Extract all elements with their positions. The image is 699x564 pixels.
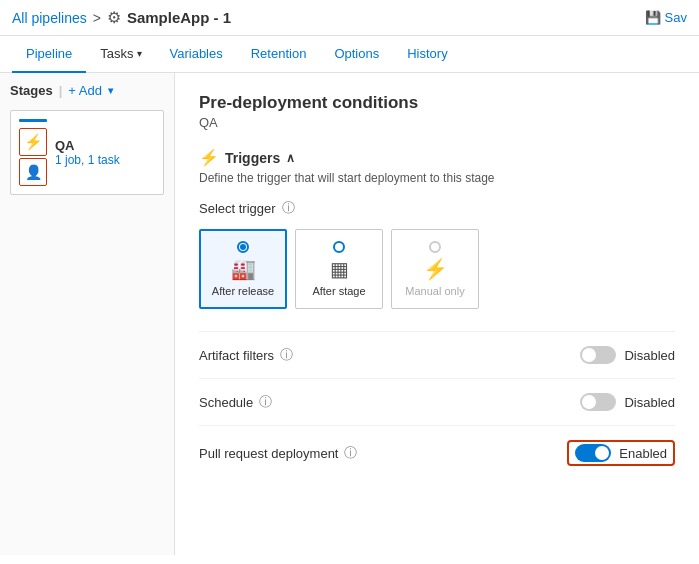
save-icon: 💾 xyxy=(645,10,661,25)
tab-retention[interactable]: Retention xyxy=(237,36,321,73)
schedule-state: Disabled xyxy=(624,395,675,410)
tab-tasks-label: Tasks xyxy=(100,46,133,61)
pull-request-state: Enabled xyxy=(619,446,667,461)
pull-request-row: Pull request deployment ⓘ Enabled xyxy=(199,425,675,480)
toggle-slider-schedule xyxy=(580,393,616,411)
pull-request-toggle[interactable] xyxy=(575,444,611,462)
stage-info: QA 1 job, 1 task xyxy=(55,138,155,167)
top-bar: All pipelines > ⚙ SampleApp - 1 💾 Sav xyxy=(0,0,699,36)
manual-only-icon: ⚡ xyxy=(423,257,448,281)
schedule-text: Schedule xyxy=(199,395,253,410)
pull-request-control: Enabled xyxy=(567,440,675,466)
lightning-icon-box: ⚡ xyxy=(19,128,47,156)
triggers-label: Triggers xyxy=(225,150,280,166)
toggle-slider-artifact xyxy=(580,346,616,364)
triggers-header-row: ⚡ Triggers ∧ xyxy=(199,148,675,167)
schedule-control: Disabled xyxy=(580,393,675,411)
info-icon-schedule[interactable]: ⓘ xyxy=(259,393,272,411)
stages-label: Stages xyxy=(10,83,53,98)
after-stage-label: After stage xyxy=(312,285,365,297)
triggers-desc: Define the trigger that will start deplo… xyxy=(199,171,675,185)
pipeline-name: SampleApp - 1 xyxy=(127,9,231,26)
pull-request-text: Pull request deployment xyxy=(199,446,338,461)
after-stage-icon: ▦ xyxy=(330,257,349,281)
sidebar: Stages | + Add ▾ ⚡ 👤 QA 1 job, 1 task xyxy=(0,73,175,555)
select-trigger-row: Select trigger ⓘ xyxy=(199,199,675,217)
artifact-filters-control: Disabled xyxy=(580,346,675,364)
triggers-section: ⚡ Triggers ∧ Define the trigger that wil… xyxy=(199,148,675,309)
after-release-icon: 🏭 xyxy=(231,257,256,281)
artifact-filters-state: Disabled xyxy=(624,348,675,363)
page-subtitle: QA xyxy=(199,115,675,130)
tab-history[interactable]: History xyxy=(393,36,461,73)
stage-card[interactable]: ⚡ 👤 QA 1 job, 1 task xyxy=(10,110,164,195)
page-title: Pre-deployment conditions xyxy=(199,93,675,113)
chevron-down-icon: ▾ xyxy=(137,48,142,59)
info-icon-pull-request[interactable]: ⓘ xyxy=(344,444,357,462)
stage-blue-bar xyxy=(19,119,47,122)
pipeline-icon: ⚙ xyxy=(107,8,121,27)
trigger-manual-only[interactable]: ⚡ Manual only xyxy=(391,229,479,309)
content-area: Pre-deployment conditions QA ⚡ Triggers … xyxy=(175,73,699,555)
radio-manual xyxy=(429,241,441,253)
schedule-label: Schedule ⓘ xyxy=(199,393,272,411)
nav-tabs: Pipeline Tasks ▾ Variables Retention Opt… xyxy=(0,36,699,73)
schedule-toggle[interactable] xyxy=(580,393,616,411)
all-pipelines-link[interactable]: All pipelines xyxy=(12,10,87,26)
breadcrumb-sep: > xyxy=(93,10,101,26)
trigger-after-stage[interactable]: ▦ After stage xyxy=(295,229,383,309)
collapse-icon[interactable]: ∧ xyxy=(286,151,295,165)
tab-variables[interactable]: Variables xyxy=(156,36,237,73)
tab-pipeline[interactable]: Pipeline xyxy=(12,36,86,73)
triggers-icon: ⚡ xyxy=(199,148,219,167)
trigger-after-release[interactable]: 🏭 After release xyxy=(199,229,287,309)
tab-options[interactable]: Options xyxy=(320,36,393,73)
trigger-options: 🏭 After release ▦ After stage ⚡ Manual o… xyxy=(199,229,675,309)
pull-request-toggle-wrapper: Enabled xyxy=(567,440,675,466)
toggle-slider-pull-request xyxy=(575,444,611,462)
info-icon-trigger[interactable]: ⓘ xyxy=(282,199,295,217)
radio-after-release xyxy=(237,241,249,253)
chevron-down-icon-add: ▾ xyxy=(108,85,113,96)
stage-card-icons: ⚡ 👤 xyxy=(19,119,47,186)
stages-header: Stages | + Add ▾ xyxy=(10,83,164,98)
manual-only-label: Manual only xyxy=(405,285,464,297)
pull-request-label: Pull request deployment ⓘ xyxy=(199,444,357,462)
person-icon-box: 👤 xyxy=(19,158,47,186)
breadcrumb: All pipelines > ⚙ SampleApp - 1 xyxy=(12,8,231,27)
artifact-filters-row: Artifact filters ⓘ Disabled xyxy=(199,331,675,378)
stage-meta: 1 job, 1 task xyxy=(55,153,155,167)
radio-after-stage xyxy=(333,241,345,253)
artifact-filters-toggle[interactable] xyxy=(580,346,616,364)
schedule-row: Schedule ⓘ Disabled xyxy=(199,378,675,425)
save-button[interactable]: 💾 Sav xyxy=(645,10,687,25)
stage-name: QA xyxy=(55,138,155,153)
artifact-filters-label: Artifact filters ⓘ xyxy=(199,346,293,364)
info-icon-artifact[interactable]: ⓘ xyxy=(280,346,293,364)
add-stage-button[interactable]: + Add xyxy=(68,83,102,98)
tab-tasks[interactable]: Tasks ▾ xyxy=(86,36,155,73)
save-label: Sav xyxy=(665,10,687,25)
select-trigger-label: Select trigger xyxy=(199,201,276,216)
after-release-label: After release xyxy=(212,285,274,297)
artifact-filters-text: Artifact filters xyxy=(199,348,274,363)
